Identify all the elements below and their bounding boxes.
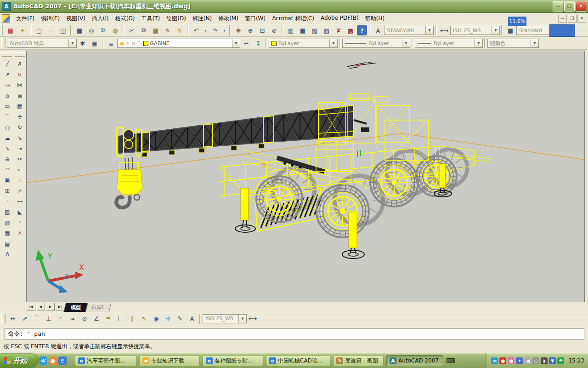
move-icon[interactable]: ✣ [15,112,25,122]
maxthon-quicklaunch-icon[interactable]: ● [49,356,57,365]
volume-tray-icon[interactable]: ◀ [524,357,531,364]
thunder-tray-icon[interactable]: ≪ [491,357,498,364]
spline-icon[interactable]: ∿ [2,144,12,154]
menu-view[interactable]: 视图(V) [63,14,89,23]
line-icon[interactable]: ╱ [2,59,12,69]
qnew-icon[interactable]: ▢ [34,25,45,36]
toolbar-grip[interactable] [1,38,6,48]
region-icon[interactable]: ▦ [2,228,12,238]
minimize-button[interactable]: — [553,1,563,12]
quickcalc-icon[interactable]: ▩ [345,25,356,36]
task-autocad-2007[interactable]: AAutoCAD 2007 ... [386,355,443,366]
properties-palette-icon[interactable]: ▥ [285,25,296,36]
polyline-icon[interactable]: ↝ [2,80,12,90]
menu-edit[interactable]: 编辑(E) [38,14,63,23]
dimension-style-combo[interactable]: ISO-25_WS▼ [450,26,500,35]
mouse-tray-icon[interactable]: ◗ [541,357,548,364]
tab-nav-arrow-0[interactable]: |◀ [27,303,35,311]
zoom-realtime-icon[interactable]: ⊕ [245,25,256,36]
help-icon[interactable]: ? [357,25,367,35]
task-ie-cad-forum[interactable]: e中国机械CAD论... [266,355,330,366]
dim-linear-icon[interactable]: ↔ [7,313,18,324]
revcloud-icon[interactable]: ☁ [2,133,12,143]
maximize-button[interactable]: ❐ [564,1,575,12]
chamfer-icon[interactable]: ◣ [15,207,25,217]
point-icon[interactable]: · [2,196,12,207]
mdi-close-button[interactable]: ✕ [577,15,586,23]
copy-icon[interactable]: ⧉ [138,25,149,36]
redo-dropdown-icon[interactable]: ▾ [221,25,227,36]
menu-file[interactable]: 文件(F) [13,14,38,23]
command-input[interactable]: 命令: '_pan [5,328,584,340]
gradient-icon[interactable]: ▧ [2,218,12,228]
dim-angular-icon[interactable]: ∠ [91,313,102,324]
qq-pink-penguin-tray-icon[interactable]: ● [508,357,514,364]
dim-continue-icon[interactable]: ∥ [127,313,138,324]
workspace-settings-icon[interactable]: ✱ [77,38,88,49]
extend-icon[interactable]: ⇤ [15,165,25,175]
menu-adobe-pdf[interactable]: Adobe PDF(B) [317,14,362,23]
tab-nav-arrow-3[interactable]: ▶| [56,303,64,311]
flashget-quicklaunch-icon[interactable]: ≪ [39,356,47,365]
open-icon[interactable]: ▱ [45,25,57,36]
layer-on-bulb-icon[interactable]: ● [120,40,124,46]
lineweight-combo[interactable]: ByLayer▼ [415,39,483,48]
quick-leader-icon[interactable]: ↖ [139,313,150,324]
plot-style-combo[interactable]: 随颜色▼ [487,39,539,48]
layer-properties-manager-icon[interactable]: ≣ [106,38,117,49]
task-paint-gearbox[interactable]: ✎变速箱 - 画图 [333,355,384,366]
etransmit-icon[interactable]: ◍ [110,25,121,36]
ie-quicklaunch-icon[interactable]: e [58,356,67,365]
text-icon[interactable]: A [2,249,12,259]
drawing-canvas[interactable]: Y X Z [26,51,585,303]
menu-help[interactable]: 帮助(H) [362,14,388,23]
stretch-icon[interactable]: ⇥ [15,144,25,154]
offset-icon[interactable]: ≣ [15,91,25,101]
color-combo[interactable]: ByLayer▼ [269,39,338,48]
menu-acrobat-comments[interactable]: Acrobat 标记(C) [269,14,317,23]
download-progress-label[interactable]: 11.6% [508,17,526,26]
array-icon[interactable]: ▦ [15,101,25,111]
insert-block-icon[interactable]: ▣ [2,175,12,185]
umbrella-antivirus-tray-icon[interactable]: ☂ [557,357,564,364]
markup-set-manager-icon[interactable]: ✘ [333,25,344,36]
bitcomet-tray-icon[interactable]: ▼ [549,357,556,364]
cut-icon[interactable]: ✂ [126,25,137,36]
audio-device-tray-icon[interactable]: ○ [532,357,539,364]
menu-draw[interactable]: 绘图(D) [163,14,189,23]
rotate-icon[interactable]: ↻ [15,122,25,132]
dim-arc-length-icon[interactable]: ⌒ [31,313,42,324]
undo-dropdown-icon[interactable]: ▾ [203,25,209,36]
designcenter-icon[interactable]: ▦ [297,25,308,36]
block-editor-icon[interactable]: ↯ [174,25,185,36]
mdi-restore-button[interactable]: ❐ [568,15,577,23]
paste-icon[interactable]: ▤ [150,25,161,36]
plot-preview-icon[interactable]: ◎ [86,25,97,36]
plot-icon[interactable]: ▦ [74,25,85,36]
mdi-minimize-button[interactable]: — [558,15,567,23]
arc-icon[interactable]: ⌒ [2,112,12,122]
qq-penguin-tray-icon[interactable]: ● [499,357,506,364]
toolbar-grip[interactable] [1,25,3,35]
workspace-combo[interactable]: AutoCAD 经典▼ [7,39,77,48]
dim-aligned-icon[interactable]: ⇗ [19,313,30,324]
table-style-icon[interactable]: ▦ [505,25,516,36]
break-icon[interactable]: ⌿ [15,186,25,196]
my-workspace-icon[interactable]: ▣ [89,38,100,49]
text-style-combo[interactable]: STANDARD▼ [384,26,434,35]
quick-dimension-icon[interactable]: ≡ [103,313,114,324]
dim-update-icon[interactable]: ⟷ [247,313,258,324]
menu-dimension[interactable]: 标注(N) [189,14,215,23]
dim-edit-icon[interactable]: ✎ [175,313,186,324]
menu-modify[interactable]: 修改(M) [215,14,242,23]
start-button[interactable]: 开始 [0,354,37,368]
menu-insert[interactable]: 插入(I) [89,14,112,23]
tool-palettes-icon[interactable]: ▧ [309,25,320,36]
hatch-icon[interactable]: ▨ [2,207,12,217]
circle-icon[interactable]: ○ [2,122,12,132]
task-folder-downloads[interactable]: ▰专业知识下载 [139,355,200,366]
rectangle-icon[interactable]: ▭ [2,101,12,111]
dimension-style-icon[interactable]: ⟷ [439,25,450,36]
mirror-icon[interactable]: ⋈ [15,80,25,90]
join-icon[interactable]: ⊶ [15,196,25,207]
